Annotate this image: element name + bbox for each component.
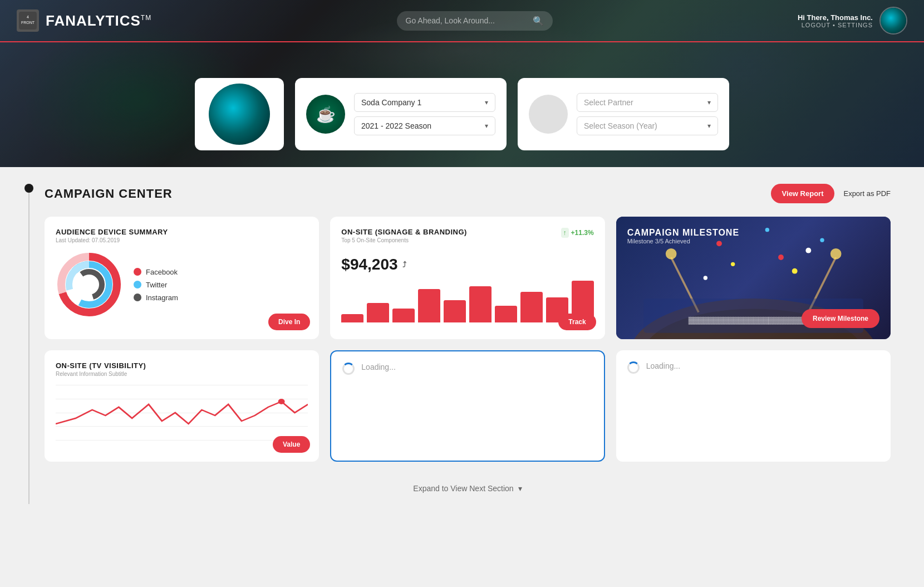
- partner-cards: ☕ Soda Company 1 ▾ 2021 - 2022 Season ▾ …: [195, 78, 729, 150]
- nav-line: [28, 193, 30, 504]
- instagram-label: Instagram: [146, 294, 178, 302]
- search-bar[interactable]: 🔍: [397, 11, 553, 31]
- svg-point-5: [76, 272, 102, 297]
- partner2-avatar: [529, 95, 568, 134]
- facebook-dot: [134, 268, 141, 276]
- milestone-title: CAMPAIGN MILESTONE: [627, 228, 879, 238]
- chevron-down-icon: ▾: [707, 122, 711, 130]
- audience-card: AUDIENCE DEVICE SUMMARY Last Updated: 07…: [45, 217, 319, 339]
- user-avatar[interactable]: [879, 7, 907, 35]
- partner-selects: Soda Company 1 ▾ 2021 - 2022 Season ▾: [354, 93, 495, 135]
- partner-card-1: ☕ Soda Company 1 ▾ 2021 - 2022 Season ▾: [295, 78, 507, 150]
- section-header: CAMPAIGN CENTER View Report Export as PD…: [45, 184, 891, 203]
- milestone-card: ▓▓▓▓▓▓▓▓▓▓▓▓▓▓▓▓▓▓▓▓▓▓▓▓▓▓ CAMPAIGN MILE…: [616, 217, 891, 339]
- dive-in-button[interactable]: Dive In: [268, 314, 310, 330]
- user-area: Hi There, Thomas Inc. LOGOUT • SETTINGS: [798, 7, 907, 35]
- section-actions: View Report Export as PDF: [771, 184, 891, 203]
- track-button[interactable]: Track: [558, 314, 596, 330]
- search-icon[interactable]: 🔍: [533, 16, 544, 26]
- onsignage-header: ON-SITE (SIGNAGE & BRANDING) Top 5 On-Si…: [341, 228, 593, 251]
- chart-legend: Facebook Twitter Instagram: [134, 268, 178, 302]
- facebook-label: Facebook: [146, 268, 178, 276]
- partner2-selects: Select Partner ▾ Select Season (Year) ▾: [577, 93, 718, 135]
- share-icon[interactable]: ⤴: [402, 260, 406, 269]
- bar: [444, 300, 466, 322]
- chevron-down-icon: ▾: [485, 122, 488, 130]
- team-card: [195, 78, 284, 150]
- loading-spinner-1: [342, 363, 355, 375]
- donut-chart: [56, 251, 122, 318]
- logo-area: 4 FRONT FANALYTICSTM: [17, 9, 151, 32]
- legend-instagram: Instagram: [134, 294, 178, 302]
- growth-badge: ↑ +11.3%: [561, 228, 594, 238]
- nav-dot: [24, 184, 33, 193]
- instagram-dot: [134, 294, 141, 301]
- select-season-dropdown[interactable]: Select Season (Year) ▾: [577, 116, 718, 135]
- milestone-subtitle: Milestone 3/5 Achieved: [627, 238, 879, 244]
- search-input[interactable]: [406, 16, 528, 25]
- bar: [520, 292, 543, 322]
- legend-facebook: Facebook: [134, 268, 178, 276]
- tv-card-subtitle: Relevant Information Subtitle: [56, 371, 308, 377]
- bar: [392, 309, 415, 322]
- logo-icon: 4 FRONT: [17, 9, 39, 32]
- bottom-cards-grid: ON-SITE (TV VISIBILITY) Relevant Informa…: [45, 350, 891, 462]
- tv-card-title: ON-SITE (TV VISIBILITY): [56, 361, 308, 370]
- twitter-label: Twitter: [146, 281, 167, 289]
- loading-card-2: Loading...: [616, 350, 891, 462]
- section-title: CAMPAIGN CENTER: [45, 187, 173, 201]
- avatar-image: [881, 8, 906, 33]
- export-pdf-button[interactable]: Export as PDF: [843, 189, 891, 198]
- svg-text:FRONT: FRONT: [21, 21, 35, 25]
- top-cards-grid: AUDIENCE DEVICE SUMMARY Last Updated: 07…: [45, 217, 891, 339]
- partner-name-dropdown[interactable]: Soda Company 1 ▾: [354, 93, 495, 112]
- header: 4 FRONT FANALYTICSTM 🔍 Hi There, Thomas …: [0, 0, 924, 167]
- onsignage-title-area: ON-SITE (SIGNAGE & BRANDING) Top 5 On-Si…: [341, 228, 467, 251]
- audience-card-subtitle: Last Updated: 07.05.2019: [56, 237, 308, 243]
- tv-visibility-card: ON-SITE (TV VISIBILITY) Relevant Informa…: [45, 350, 319, 462]
- svg-point-24: [278, 399, 285, 404]
- onsignage-title: ON-SITE (SIGNAGE & BRANDING): [341, 228, 467, 236]
- expand-section[interactable]: Expand to View Next Section ▾: [45, 473, 891, 504]
- loading-text-1: Loading...: [361, 363, 396, 371]
- bar: [341, 314, 363, 322]
- team-avatar: [209, 84, 270, 145]
- chevron-down-icon: ▾: [485, 99, 488, 106]
- season-dropdown[interactable]: 2021 - 2022 Season ▾: [354, 116, 495, 135]
- svg-text:4: 4: [27, 15, 29, 19]
- review-milestone-button[interactable]: Review Milestone: [802, 309, 879, 328]
- bar: [469, 286, 492, 322]
- loading-text-2: Loading...: [646, 361, 681, 370]
- bar: [367, 303, 389, 322]
- onsignage-card: ON-SITE (SIGNAGE & BRANDING) Top 5 On-Si…: [330, 217, 604, 339]
- revenue-amount: $94,203 ⤴: [341, 256, 593, 273]
- line-chart: [56, 385, 308, 441]
- value-button[interactable]: Value: [273, 436, 310, 453]
- loading-spinner-2: [627, 361, 640, 374]
- donut-section: Facebook Twitter Instagram: [56, 251, 308, 318]
- select-partner-dropdown[interactable]: Select Partner ▾: [577, 93, 718, 112]
- twitter-dot: [134, 281, 141, 288]
- user-actions-links[interactable]: LOGOUT • SETTINGS: [798, 22, 873, 28]
- main-content: CAMPAIGN CENTER View Report Export as PD…: [0, 167, 924, 521]
- section-title-area: CAMPAIGN CENTER: [45, 187, 173, 201]
- starbucks-logo: ☕: [306, 95, 345, 134]
- app-logo-text: FANALYTICSTM: [46, 12, 151, 30]
- view-report-button[interactable]: View Report: [771, 184, 835, 203]
- milestone-content: CAMPAIGN MILESTONE Milestone 3/5 Achieve…: [616, 217, 891, 339]
- legend-twitter: Twitter: [134, 281, 178, 289]
- partner-card-2: Select Partner ▾ Select Season (Year) ▾: [518, 78, 729, 150]
- bar-chart: [341, 280, 593, 325]
- chevron-down-icon: ▾: [707, 99, 711, 106]
- user-greeting: Hi There, Thomas Inc.: [798, 13, 873, 22]
- expand-label: Expand to View Next Section: [413, 484, 513, 493]
- up-arrow-icon: ↑: [561, 228, 569, 238]
- bar: [418, 289, 440, 322]
- chevron-down-icon: ▾: [518, 484, 522, 493]
- user-info: Hi There, Thomas Inc. LOGOUT • SETTINGS: [798, 13, 873, 28]
- bar: [495, 306, 517, 322]
- audience-card-title: AUDIENCE DEVICE SUMMARY: [56, 228, 308, 236]
- header-topbar: 4 FRONT FANALYTICSTM 🔍 Hi There, Thomas …: [0, 0, 924, 42]
- loading-card-1: Loading...: [330, 350, 604, 462]
- vertical-nav: [24, 184, 33, 504]
